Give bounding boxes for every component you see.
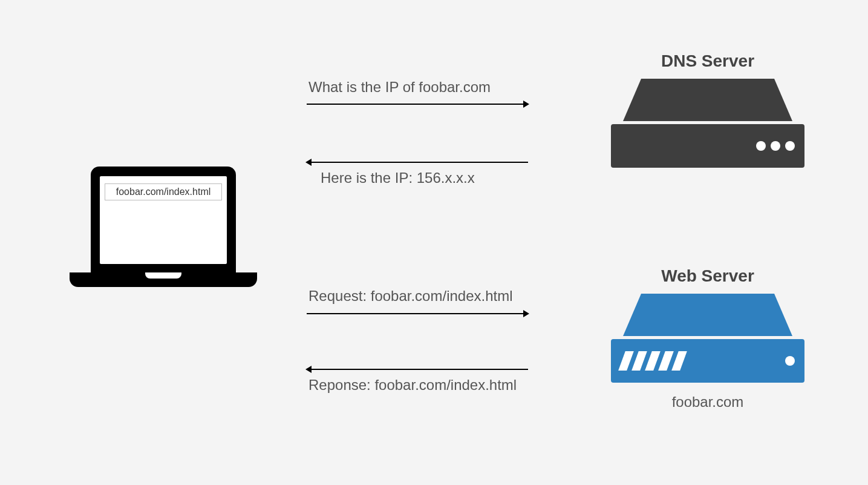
svg-marker-0 bbox=[623, 79, 792, 121]
svg-marker-9 bbox=[305, 366, 312, 373]
dns-reply-label: Here is the IP: 156.x.x.x bbox=[321, 170, 475, 186]
web-server-icon bbox=[611, 288, 804, 403]
dns-server-icon bbox=[611, 73, 804, 188]
svg-marker-5 bbox=[623, 294, 792, 336]
arrow-right-icon bbox=[305, 308, 529, 320]
dns-server-title: DNS Server bbox=[611, 51, 804, 71]
dns-query-label: What is the IP of foobar.com bbox=[308, 79, 491, 96]
svg-marker-7 bbox=[523, 310, 529, 317]
web-server-title: Web Server bbox=[611, 266, 804, 286]
arrow-left-icon bbox=[305, 156, 529, 168]
svg-marker-2 bbox=[523, 101, 529, 108]
svg-marker-4 bbox=[305, 159, 312, 166]
web-response-label: Reponse: foobar.com/index.html bbox=[308, 377, 517, 394]
client-laptop-icon: foobar.com/index.html bbox=[70, 167, 257, 306]
web-request-label: Request: foobar.com/index.html bbox=[308, 288, 513, 305]
arrow-right-icon bbox=[305, 98, 529, 110]
client-url-text: foobar.com/index.html bbox=[105, 183, 222, 200]
arrow-left-icon bbox=[305, 363, 529, 375]
web-server-caption: foobar.com bbox=[611, 394, 804, 411]
